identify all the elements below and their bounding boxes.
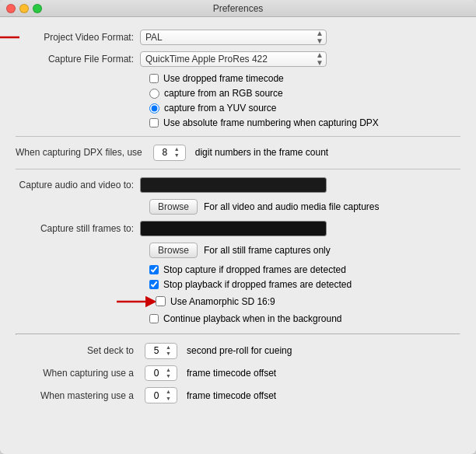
mastering-timecode-spinner-buttons: ▲ ▼ <box>166 389 171 402</box>
red-arrow-icon <box>0 29 23 46</box>
stop-capture-label: Stop capture if dropped frames are detec… <box>163 264 346 275</box>
traffic-lights <box>6 4 42 13</box>
capturing-timecode-spinner-down[interactable]: ▼ <box>166 373 171 379</box>
mastering-timecode-spinner-down[interactable]: ▼ <box>166 396 171 402</box>
dpx-spinner-down[interactable]: ▼ <box>174 152 180 159</box>
stop-capture-row: Stop capture if dropped frames are detec… <box>149 264 460 275</box>
window-title: Preferences <box>213 3 264 14</box>
set-deck-spinner-up[interactable]: ▲ <box>166 344 171 351</box>
capture-still-frames-browse-row: Browse For all still frame captures only <box>149 243 460 258</box>
use-dropped-frame-timecode-label: Use dropped frame timecode <box>163 73 284 84</box>
project-video-format-label: Project Video Format: <box>16 32 140 43</box>
capture-still-frames-desc: For all still frame captures only <box>204 245 331 256</box>
use-dropped-frame-timecode-row: Use dropped frame timecode <box>149 73 460 84</box>
set-deck-label: Set deck to <box>16 345 140 356</box>
divider-1 <box>16 136 460 137</box>
capture-rgb-radio[interactable] <box>149 89 159 99</box>
dpx-spinner-buttons: ▲ ▼ <box>174 146 180 159</box>
set-deck-spinner-buttons: ▲ ▼ <box>166 344 171 358</box>
set-deck-spinner-input[interactable] <box>149 345 164 356</box>
set-deck-row: Set deck to ▲ ▼ second pre-roll for cuei… <box>16 343 460 359</box>
capture-yuv-row: capture from a YUV source <box>149 103 460 114</box>
stop-playback-checkbox[interactable] <box>149 280 159 289</box>
capturing-timecode-spinner-up[interactable]: ▲ <box>166 367 171 373</box>
preferences-content: Project Video Format: PAL NTSC 1080i 25 … <box>0 17 476 454</box>
mastering-timecode-suffix: frame timecode offset <box>187 390 276 401</box>
red-arrow-left-icon <box>117 294 156 309</box>
divider-2 <box>16 169 460 169</box>
use-dropped-frame-timecode-checkbox[interactable] <box>149 74 159 83</box>
capture-rgb-label: capture from an RGB source <box>164 88 283 99</box>
capture-audio-video-label: Capture audio and video to: <box>16 180 140 190</box>
mastering-timecode-spinner-up[interactable]: ▲ <box>166 389 171 395</box>
use-anamorphic-row: Use Anamorphic SD 16:9 <box>117 294 460 309</box>
mastering-timecode-spinner: ▲ ▼ <box>145 387 177 403</box>
use-anamorphic-label: Use Anamorphic SD 16:9 <box>170 296 275 307</box>
capture-still-frames-browse-button[interactable]: Browse <box>149 243 198 258</box>
stop-capture-checkbox[interactable] <box>149 265 159 274</box>
capture-audio-video-browse-button[interactable]: Browse <box>149 199 198 215</box>
continue-playback-row: Continue playback when in the background <box>149 313 460 324</box>
project-video-format-select[interactable]: PAL NTSC 1080i 25 720p 50 <box>140 30 327 45</box>
use-absolute-frame-row: Use absolute frame numbering when captur… <box>149 117 460 128</box>
capture-audio-video-desc: For all video and audio media file captu… <box>204 201 379 212</box>
capture-rgb-row: capture from an RGB source <box>149 88 460 99</box>
use-absolute-frame-label: Use absolute frame numbering when captur… <box>163 117 379 128</box>
dpx-spinner-up[interactable]: ▲ <box>174 146 180 152</box>
stop-playback-row: Stop playback if dropped frames are dete… <box>149 279 460 290</box>
divider-3 <box>16 334 460 335</box>
capture-file-format-select-wrapper: QuickTime Apple ProRes 422 QuickTime App… <box>140 51 327 67</box>
continue-playback-label: Continue playback when in the background <box>163 313 342 324</box>
dpx-spinner: ▲ ▼ <box>153 145 186 161</box>
mastering-timecode-row: When mastering use a ▲ ▼ frame timecode … <box>16 387 460 403</box>
capturing-timecode-label: When capturing use a <box>16 368 140 379</box>
capture-file-format-select[interactable]: QuickTime Apple ProRes 422 QuickTime App… <box>140 51 327 67</box>
dpx-prefix-label: When capturing DPX files, use <box>16 147 149 158</box>
set-deck-spinner-down[interactable]: ▼ <box>166 351 171 357</box>
capturing-timecode-spinner-input[interactable] <box>149 368 164 379</box>
dpx-spinner-input[interactable] <box>157 147 173 158</box>
capturing-timecode-suffix: frame timecode offset <box>187 368 276 379</box>
maximize-button[interactable] <box>33 4 42 13</box>
capturing-timecode-spinner-buttons: ▲ ▼ <box>166 367 171 380</box>
stop-playback-label: Stop playback if dropped frames are dete… <box>163 279 352 290</box>
capture-audio-video-path[interactable] <box>140 177 327 193</box>
titlebar: Preferences <box>0 0 476 17</box>
dpx-row: When capturing DPX files, use ▲ ▼ digit … <box>16 145 460 161</box>
mastering-timecode-spinner-input[interactable] <box>149 390 164 401</box>
capture-still-frames-row: Capture still frames to: <box>16 221 460 236</box>
capturing-timecode-row: When capturing use a ▲ ▼ frame timecode … <box>16 365 460 382</box>
capture-yuv-radio[interactable] <box>149 103 159 114</box>
mastering-timecode-label: When mastering use a <box>16 390 140 401</box>
project-video-format-row: Project Video Format: PAL NTSC 1080i 25 … <box>16 30 460 45</box>
capture-file-format-row: Capture File Format: QuickTime Apple Pro… <box>16 51 460 67</box>
set-deck-suffix: second pre-roll for cueing <box>187 345 292 356</box>
minimize-button[interactable] <box>19 4 29 13</box>
capturing-timecode-spinner: ▲ ▼ <box>145 365 177 382</box>
capture-audio-video-browse-row: Browse For all video and audio media fil… <box>149 199 460 215</box>
capture-still-frames-label: Capture still frames to: <box>16 223 140 234</box>
project-video-format-select-wrapper: PAL NTSC 1080i 25 720p 50 ▲ ▼ <box>140 30 327 45</box>
capture-still-frames-path[interactable] <box>140 221 327 236</box>
capture-audio-video-row: Capture audio and video to: <box>16 177 460 193</box>
capture-yuv-label: capture from a YUV source <box>164 103 277 114</box>
preferences-window: Preferences Project Video Format: <box>0 0 476 454</box>
set-deck-spinner: ▲ ▼ <box>145 343 177 359</box>
use-anamorphic-checkbox[interactable] <box>156 296 166 306</box>
continue-playback-checkbox[interactable] <box>149 314 159 323</box>
capture-file-format-label: Capture File Format: <box>16 54 140 65</box>
use-absolute-frame-checkbox[interactable] <box>149 118 159 127</box>
close-button[interactable] <box>6 4 16 13</box>
dpx-suffix-label: digit numbers in the frame count <box>195 147 328 158</box>
